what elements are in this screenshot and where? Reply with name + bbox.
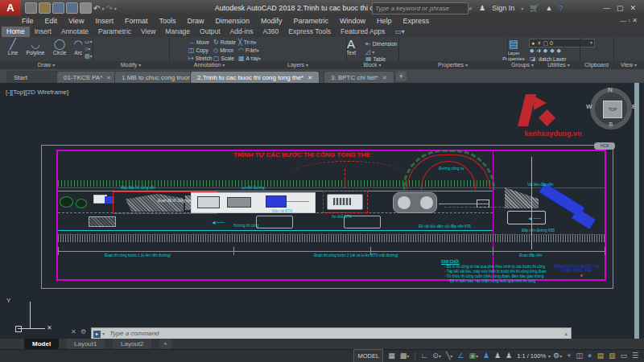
circle-button[interactable]: ◯Circle: [48, 38, 71, 61]
ribbon-tab-a360[interactable]: A360: [258, 27, 283, 37]
plot-icon[interactable]: [80, 2, 92, 14]
menu-express[interactable]: Express: [398, 16, 436, 27]
menu-help[interactable]: Help: [371, 16, 398, 27]
viewport-controls[interactable]: [-][Top][2D Wireframe]: [6, 88, 68, 96]
close-button[interactable]: ✕: [630, 4, 636, 12]
ribbon-tab-home[interactable]: Home: [2, 27, 30, 37]
search-input[interactable]: Type a keyword or phrase: [372, 2, 469, 14]
customization-icon[interactable]: ☰: [632, 350, 638, 362]
grid-icon[interactable]: ▦: [388, 350, 395, 362]
menu-modify[interactable]: Modify: [255, 16, 288, 27]
drawing-canvas[interactable]: [-][Top][2D Wireframe] kenhxaydung.vn N …: [0, 83, 644, 349]
ellipse-icon[interactable]: ○▾: [85, 46, 90, 51]
close-tab-icon[interactable]: ✕: [106, 75, 111, 80]
menu-tools[interactable]: Tools: [153, 16, 181, 27]
panel-label-view[interactable]: View ▾: [613, 61, 644, 69]
ribbon-tab-insert[interactable]: Insert: [30, 27, 56, 37]
ribbon-tab-parametric[interactable]: Parametric: [93, 27, 136, 37]
help-icon[interactable]: ?: [559, 4, 563, 12]
fullscreen-icon[interactable]: ▭: [620, 350, 627, 362]
layout-tab-layout2[interactable]: Layout2: [113, 339, 151, 349]
new-layout-button[interactable]: +: [159, 339, 171, 349]
layout-tab-model[interactable]: Model: [24, 339, 59, 349]
open-file-icon[interactable]: [39, 2, 51, 14]
app-store-icon[interactable]: 🛒: [530, 4, 539, 12]
command-close-icon[interactable]: ✕: [71, 328, 76, 335]
redo-dropdown-icon[interactable]: ▾: [114, 6, 117, 11]
isometric-drafting-icon[interactable]: ╲▾: [446, 350, 452, 362]
panel-label-annotation[interactable]: Annotation ▾: [169, 61, 250, 69]
ribbon-tab-output[interactable]: Output: [195, 27, 225, 37]
minimize-button[interactable]: —: [603, 4, 610, 12]
undo-dropdown-icon[interactable]: ▾: [101, 6, 104, 11]
command-customize-icon[interactable]: ⚙: [80, 328, 86, 335]
annotation-scale-icon[interactable]: ♟: [506, 350, 512, 362]
workspace-switching-icon[interactable]: ⚙▾: [553, 350, 562, 362]
ribbon-tab-express-tools[interactable]: Express Tools: [283, 27, 336, 37]
command-line[interactable]: ▸▾ Type a command ▴: [91, 327, 572, 339]
sign-in-dropdown-icon[interactable]: ▾: [521, 6, 523, 11]
isolate-objects-icon[interactable]: ▤: [597, 350, 604, 362]
vertical-scrollbar[interactable]: [634, 83, 639, 349]
ortho-icon[interactable]: ∟: [421, 350, 428, 362]
new-file-icon[interactable]: [25, 2, 37, 14]
object-snap-icon[interactable]: ▣▾: [469, 350, 478, 362]
snap-mode-icon[interactable]: ▩▾: [400, 350, 410, 362]
panel-label-properties[interactable]: Properties ▾: [398, 61, 508, 69]
polar-tracking-icon[interactable]: ⊙▾: [432, 350, 441, 362]
close-tab-icon[interactable]: ✕: [382, 75, 387, 80]
ribbon-tab-featured-apps[interactable]: Featured Apps: [336, 27, 390, 37]
menu-parametric[interactable]: Parametric: [288, 16, 335, 27]
ribbon-tab-manage[interactable]: Manage: [160, 27, 195, 37]
file-tab-01-tkcs[interactable]: 01-TKCS PA*✕: [56, 71, 118, 84]
command-recent-icon[interactable]: ▴: [564, 328, 568, 339]
panel-label-layers[interactable]: Layers ▾: [250, 61, 347, 69]
doc-window-controls[interactable]: — ▫ ✕: [620, 17, 638, 24]
command-input[interactable]: Type a command: [109, 330, 159, 337]
file-tab-3bptc[interactable]: 3. BPTC chi tiet*✕: [324, 71, 394, 84]
object-snap-tracking-icon[interactable]: ∠: [457, 350, 464, 362]
save-as-icon[interactable]: [66, 2, 78, 14]
autocad-app-icon[interactable]: A: [0, 0, 21, 16]
new-tab-button[interactable]: +: [396, 72, 407, 81]
layout-tab-layout1[interactable]: Layout1: [66, 339, 105, 349]
panel-label-groups[interactable]: Groups ▾: [507, 61, 539, 69]
panel-label-modify[interactable]: Modify ▾: [93, 61, 170, 69]
ribbon-tab-annotate[interactable]: Annotate: [56, 27, 93, 37]
scale-indicator[interactable]: 1:1 / 100%: [517, 350, 546, 362]
save-icon[interactable]: [52, 2, 64, 14]
panel-label-clipboard[interactable]: Clipboard: [580, 61, 614, 69]
viewcube-west[interactable]: W: [586, 103, 592, 110]
file-tab-start[interactable]: Start: [6, 71, 60, 84]
panel-label-draw[interactable]: Draw ▾: [0, 61, 93, 69]
menu-dimension[interactable]: Dimension: [209, 16, 255, 27]
autoscale-icon[interactable]: ♟: [494, 350, 501, 362]
units-icon[interactable]: ◫: [576, 350, 583, 362]
exchange-icon[interactable]: ▲: [545, 4, 552, 12]
ribbon-tab-view[interactable]: View: [136, 27, 160, 37]
graphics-performance-icon[interactable]: ●: [588, 350, 592, 362]
menu-format[interactable]: Format: [119, 16, 154, 27]
sign-in-button[interactable]: Sign In: [492, 4, 514, 12]
viewcube-north[interactable]: N: [608, 86, 613, 93]
file-tab-2trinh-active[interactable]: 2.Trinh tu cac buoc thi cong tong the*✕: [190, 71, 320, 84]
viewcube-top-face[interactable]: TOP: [603, 101, 622, 118]
hatch-icon[interactable]: ▨▾: [85, 53, 93, 60]
viewcube-south[interactable]: S: [609, 121, 613, 128]
panel-label-block[interactable]: Block ▾: [346, 61, 399, 69]
undo-icon[interactable]: ↶: [93, 4, 100, 13]
search-icon[interactable]: ⌕: [469, 4, 473, 13]
menu-file[interactable]: File: [16, 16, 39, 27]
menu-edit[interactable]: Edit: [39, 16, 64, 27]
menu-insert[interactable]: Insert: [89, 16, 119, 27]
line-button[interactable]: ╱Line: [2, 38, 24, 61]
menu-view[interactable]: View: [63, 16, 89, 27]
maximize-button[interactable]: ▢: [617, 4, 624, 12]
ribbon-options-icon[interactable]: ▭▾: [390, 27, 409, 37]
clean-screen-icon[interactable]: ▥: [609, 350, 616, 362]
panel-label-utilities[interactable]: Utilities ▾: [538, 61, 580, 69]
rectangle-icon[interactable]: ▭▾: [85, 39, 93, 45]
menu-window[interactable]: Window: [334, 16, 371, 27]
ribbon-tab-addins[interactable]: Add-ins: [225, 27, 258, 37]
annotation-monitor-icon[interactable]: +: [567, 350, 571, 362]
